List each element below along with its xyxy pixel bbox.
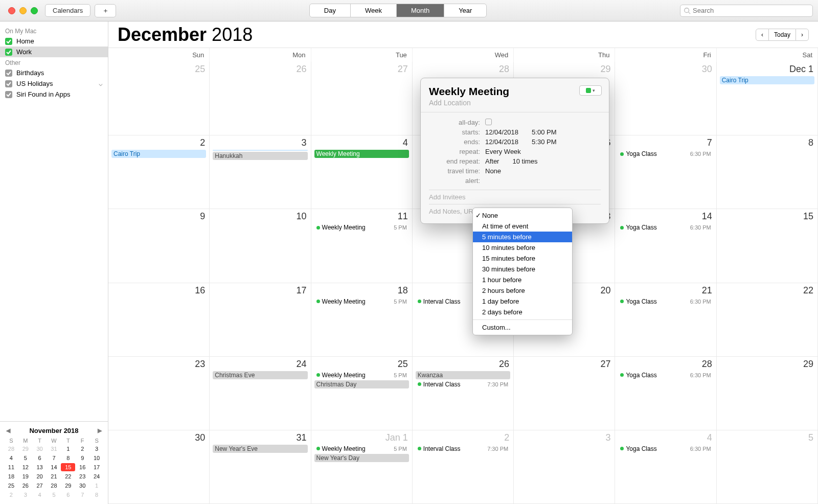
mini-day[interactable]: 2	[75, 445, 89, 453]
all-day-checkbox[interactable]	[485, 119, 492, 125]
alert-option[interactable]: At time of event	[473, 221, 572, 232]
event-pill[interactable]: New Year's Day	[314, 454, 409, 462]
next-month-button[interactable]: ›	[796, 29, 809, 41]
day-cell[interactable]: 21Yoga Class6:30 PM	[615, 283, 716, 357]
day-cell[interactable]: 7Yoga Class6:30 PM	[615, 135, 716, 209]
end-repeat-count[interactable]: 10 times	[512, 157, 537, 165]
day-cell[interactable]: 3Hanukkah	[210, 135, 311, 209]
close-icon[interactable]	[8, 7, 15, 14]
event-pill[interactable]: Yoga Class6:30 PM	[618, 150, 713, 158]
day-cell[interactable]: 3	[514, 430, 615, 504]
ends-date[interactable]: 12/04/2018	[485, 138, 518, 146]
day-cell[interactable]: 9	[108, 209, 210, 283]
event-pill[interactable]: Yoga Class6:30 PM	[618, 223, 713, 232]
alert-option[interactable]: None	[473, 210, 572, 221]
mini-day[interactable]: 31	[47, 445, 61, 453]
alert-option-custom[interactable]: Custom...	[473, 322, 572, 333]
alert-option[interactable]: 2 hours before	[473, 285, 572, 296]
calendars-menu-button[interactable]: Calendars	[45, 4, 90, 17]
day-cell[interactable]: 24Christmas Eve	[210, 357, 311, 430]
sidebar-item-birthdays[interactable]: Birthdays	[0, 67, 108, 78]
day-cell[interactable]: 14Yoga Class6:30 PM	[615, 209, 716, 283]
add-button[interactable]: ＋	[95, 4, 116, 17]
mini-day[interactable]: 10	[89, 454, 104, 462]
mini-day[interactable]: 1	[89, 482, 104, 490]
event-pill[interactable]: Yoga Class6:30 PM	[618, 371, 713, 379]
event-pill[interactable]: Interval Class7:30 PM	[416, 380, 510, 388]
alert-option[interactable]: 2 days before	[473, 307, 572, 317]
event-pill[interactable]: Hanukkah	[213, 152, 307, 160]
day-cell[interactable]: 25Weekly Meeting5 PMChristmas Day	[311, 357, 413, 430]
event-pill[interactable]: Christmas Eve	[213, 371, 307, 379]
sidebar-item-siri-found-in-apps[interactable]: Siri Found in Apps	[0, 89, 108, 100]
mini-day[interactable]: 5	[47, 491, 61, 499]
mini-day[interactable]: 22	[61, 472, 75, 480]
mini-day[interactable]: 13	[33, 463, 47, 471]
mini-day[interactable]: 7	[47, 454, 61, 462]
mini-day[interactable]: 19	[18, 472, 33, 480]
starts-date[interactable]: 12/04/2018	[485, 128, 518, 136]
day-cell[interactable]: 30	[615, 62, 716, 135]
calendar-checkbox[interactable]	[5, 70, 12, 77]
mini-day[interactable]: 27	[33, 482, 47, 490]
prev-month-button[interactable]: ‹	[756, 29, 769, 41]
day-cell[interactable]: 27	[514, 357, 615, 430]
mini-day[interactable]: 20	[33, 472, 47, 480]
day-cell[interactable]: 11Weekly Meeting5 PM	[311, 209, 413, 283]
search-input[interactable]	[693, 7, 809, 14]
day-cell[interactable]: 4Yoga Class6:30 PM	[615, 430, 716, 504]
event-pill[interactable]: Weekly Meeting5 PM	[314, 223, 409, 232]
day-cell[interactable]: 22	[717, 283, 818, 357]
calendar-checkbox[interactable]	[5, 49, 12, 56]
day-cell[interactable]: 26	[210, 62, 311, 135]
event-pill[interactable]: New Year's Eve	[213, 445, 307, 453]
day-cell[interactable]: 29	[717, 357, 818, 430]
alert-option[interactable]: 15 minutes before	[473, 253, 572, 264]
mini-prev-button[interactable]: ◀	[6, 427, 10, 434]
mini-day[interactable]: 6	[33, 454, 47, 462]
calendar-color-picker[interactable]: ▾	[579, 85, 602, 96]
day-cell[interactable]: Jan 1Weekly Meeting5 PMNew Year's Day	[311, 430, 413, 504]
end-repeat-mode[interactable]: After	[485, 157, 499, 165]
day-cell[interactable]: 10	[210, 209, 311, 283]
event-pill[interactable]: Cairo Trip	[111, 150, 206, 158]
view-week[interactable]: Week	[351, 4, 397, 17]
calendar-checkbox[interactable]	[5, 80, 12, 87]
day-cell[interactable]: 15	[717, 209, 818, 283]
event-pill[interactable]: Weekly Meeting5 PM	[314, 297, 409, 306]
mini-day[interactable]: 24	[89, 472, 104, 480]
mini-day[interactable]: 17	[89, 463, 104, 471]
view-day[interactable]: Day	[310, 4, 351, 17]
event-pill[interactable]: Weekly Meeting5 PM	[314, 371, 409, 379]
day-cell[interactable]: 31New Year's Eve	[210, 430, 311, 504]
event-pill[interactable]: Interval Class7:30 PM	[416, 445, 510, 453]
day-cell[interactable]: 18Weekly Meeting5 PM	[311, 283, 413, 357]
event-pill[interactable]: Weekly Meeting	[314, 150, 409, 158]
mini-day[interactable]: 26	[18, 482, 33, 490]
event-pill[interactable]: Weekly Meeting5 PM	[314, 445, 409, 453]
minimize-icon[interactable]	[19, 7, 27, 14]
mini-day[interactable]: 15	[61, 463, 75, 471]
view-month[interactable]: Month	[397, 4, 444, 17]
calendar-checkbox[interactable]	[5, 91, 12, 98]
mini-day[interactable]: 23	[75, 472, 89, 480]
calendar-checkbox[interactable]	[5, 38, 12, 45]
day-cell[interactable]: 5	[717, 430, 818, 504]
ends-time[interactable]: 5:30 PM	[532, 138, 556, 146]
day-cell[interactable]: 23	[108, 357, 210, 430]
alert-option[interactable]: 1 day before	[473, 296, 572, 307]
day-cell[interactable]: 27	[311, 62, 413, 135]
sidebar-item-work[interactable]: Work	[0, 47, 108, 57]
mini-day[interactable]: 7	[75, 491, 89, 499]
mini-day[interactable]: 28	[4, 445, 18, 453]
mini-day[interactable]: 3	[18, 491, 33, 499]
mini-day[interactable]: 21	[47, 472, 61, 480]
day-cell[interactable]: 8	[717, 135, 818, 209]
mini-day[interactable]: 9	[75, 454, 89, 462]
day-cell[interactable]: 16	[108, 283, 210, 357]
alert-option[interactable]: 5 minutes before	[473, 232, 572, 242]
search-field[interactable]	[680, 5, 813, 17]
mini-day[interactable]: 11	[4, 463, 18, 471]
event-pill[interactable]: Kwanzaa	[416, 371, 510, 379]
event-pill[interactable]: Yoga Class6:30 PM	[618, 297, 713, 306]
